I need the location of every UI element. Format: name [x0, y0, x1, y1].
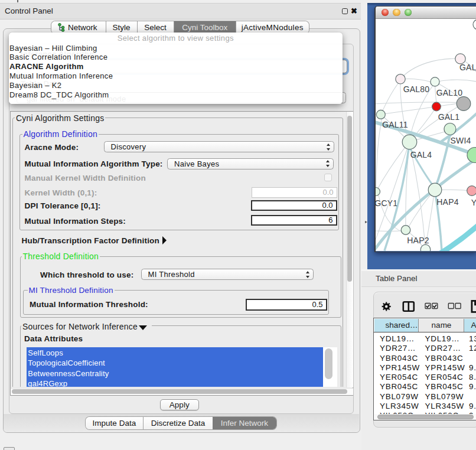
svg-text:HAP4: HAP4: [436, 197, 458, 207]
svg-text:GAL11: GAL11: [382, 120, 408, 129]
svg-text:GAL10: GAL10: [436, 88, 462, 97]
svg-text:Y: Y: [471, 198, 476, 207]
svg-text:SWI4: SWI4: [450, 136, 471, 145]
svg-text:GAL2: GAL2: [459, 63, 476, 72]
svg-text:GCY1: GCY1: [376, 198, 397, 208]
svg-text:GAL4: GAL4: [410, 150, 432, 159]
svg-text:HAP2: HAP2: [407, 236, 429, 245]
svg-text:GAL1: GAL1: [438, 112, 459, 122]
svg-text:GAL80: GAL80: [403, 84, 429, 94]
